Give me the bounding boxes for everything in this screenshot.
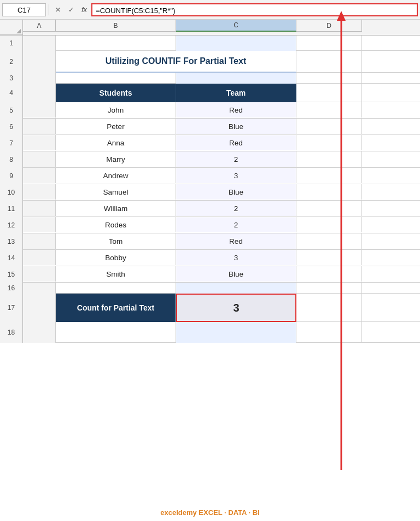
cell-c1[interactable]: [176, 36, 296, 51]
cell-title[interactable]: Utilizing COUNTIF For Partial Text: [56, 51, 296, 73]
cell-d11[interactable]: [296, 201, 362, 216]
row-header-13[interactable]: 13: [0, 233, 23, 250]
cell-a4[interactable]: [23, 84, 56, 102]
cell-b17-label[interactable]: Count for Partial Text: [56, 294, 176, 322]
cell-c10[interactable]: Blue: [176, 184, 296, 200]
cell-d5[interactable]: [296, 102, 362, 118]
cell-d7[interactable]: [296, 135, 362, 150]
row-header-10[interactable]: 10: [0, 184, 23, 201]
cell-d10[interactable]: [296, 184, 362, 200]
cell-c13[interactable]: Red: [176, 233, 296, 249]
cell-d3[interactable]: [296, 73, 362, 84]
cell-d17[interactable]: [296, 294, 362, 322]
cell-a8[interactable]: [23, 151, 56, 167]
cell-a2[interactable]: [23, 51, 56, 73]
cell-a16[interactable]: [23, 283, 56, 294]
cell-d1[interactable]: [296, 36, 362, 51]
row-header-2[interactable]: 2: [0, 51, 23, 73]
cell-c8[interactable]: 2: [176, 151, 296, 167]
cell-a10[interactable]: [23, 184, 56, 200]
cell-a13[interactable]: [23, 233, 56, 249]
confirm-icon[interactable]: ✓: [65, 4, 77, 16]
cell-c17-result[interactable]: 3: [176, 294, 296, 322]
cell-b16[interactable]: [56, 283, 176, 294]
cell-a3[interactable]: [23, 73, 56, 84]
col-header-c[interactable]: C: [176, 20, 296, 32]
row-header-5[interactable]: 5: [0, 102, 23, 119]
cell-d8[interactable]: [296, 151, 362, 167]
cell-a6[interactable]: [23, 119, 56, 134]
name-box[interactable]: C17: [2, 3, 46, 16]
cell-a1[interactable]: [23, 36, 56, 51]
cell-b1[interactable]: [56, 36, 176, 51]
cell-d15[interactable]: [296, 266, 362, 282]
cell-b15[interactable]: Smith: [56, 266, 176, 282]
row-header-17[interactable]: 17: [0, 294, 23, 322]
cell-c15[interactable]: Blue: [176, 266, 296, 282]
cell-a18[interactable]: [23, 322, 56, 343]
cell-b11[interactable]: Wiiliam: [56, 201, 176, 216]
cell-b8[interactable]: Marry: [56, 151, 176, 167]
cell-c12[interactable]: 2: [176, 217, 296, 232]
cell-c11[interactable]: 2: [176, 201, 296, 216]
cell-c16[interactable]: [176, 283, 296, 294]
cell-c7[interactable]: Red: [176, 135, 296, 150]
row-header-1[interactable]: 1: [0, 36, 23, 51]
cell-a12[interactable]: [23, 217, 56, 232]
cell-d18[interactable]: [296, 322, 362, 343]
formula-input[interactable]: =COUNTIF(C5:C15,"R*"): [91, 3, 418, 16]
cell-c18[interactable]: [176, 322, 296, 343]
cell-b7[interactable]: Anna: [56, 135, 176, 150]
cell-a15[interactable]: [23, 266, 56, 282]
cell-d4[interactable]: [296, 84, 362, 102]
cell-d12[interactable]: [296, 217, 362, 232]
cell-b13[interactable]: Tom: [56, 233, 176, 249]
cell-a7[interactable]: [23, 135, 56, 150]
row-header-12[interactable]: 12: [0, 217, 23, 233]
cell-c5[interactable]: Red: [176, 102, 296, 118]
cell-c4-header[interactable]: Team: [176, 84, 296, 102]
col-header-b[interactable]: B: [56, 20, 176, 32]
cell-a5[interactable]: [23, 102, 56, 118]
cell-c14[interactable]: 3: [176, 250, 296, 265]
row-header-3[interactable]: 3: [0, 73, 23, 84]
cell-b12[interactable]: Rodes: [56, 217, 176, 232]
row-header-15[interactable]: 15: [0, 266, 23, 283]
cell-a14[interactable]: [23, 250, 56, 265]
cell-b10[interactable]: Samuel: [56, 184, 176, 200]
col-header-d[interactable]: D: [296, 20, 362, 32]
cell-b5[interactable]: John: [56, 102, 176, 118]
cell-d14[interactable]: [296, 250, 362, 265]
cell-c9[interactable]: 3: [176, 168, 296, 183]
row-header-4[interactable]: 4: [0, 84, 23, 102]
row-header-8[interactable]: 8: [0, 151, 23, 168]
cancel-icon[interactable]: ✕: [52, 4, 64, 16]
cell-b14[interactable]: Bobby: [56, 250, 176, 265]
cell-b4-header[interactable]: Students: [56, 84, 176, 102]
row-header-6[interactable]: 6: [0, 119, 23, 135]
row-header-11[interactable]: 11: [0, 201, 23, 217]
row-header-7[interactable]: 7: [0, 135, 23, 151]
cell-b3[interactable]: [56, 73, 176, 84]
row-header-14[interactable]: 14: [0, 250, 23, 266]
row-header-16[interactable]: 16: [0, 283, 23, 294]
cell-d6[interactable]: [296, 119, 362, 134]
cell-b18[interactable]: [56, 322, 176, 343]
formula-bar-container: C17 ✕ ✓ fx =COUNTIF(C5:C15,"R*"): [0, 0, 420, 20]
cell-d9[interactable]: [296, 168, 362, 183]
cell-c3[interactable]: [176, 73, 296, 84]
cell-d16[interactable]: [296, 283, 362, 294]
select-all-corner[interactable]: [0, 20, 23, 35]
row-header-18[interactable]: 18: [0, 322, 23, 343]
cell-b9[interactable]: Andrew: [56, 168, 176, 183]
cell-a11[interactable]: [23, 201, 56, 216]
cell-b6[interactable]: Peter: [56, 119, 176, 134]
row-header-9[interactable]: 9: [0, 168, 23, 184]
cell-a9[interactable]: [23, 168, 56, 183]
cell-a17[interactable]: [23, 294, 56, 322]
cell-d2[interactable]: [296, 51, 362, 73]
watermark: exceldemy EXCEL · DATA · BI: [160, 508, 260, 517]
col-header-a[interactable]: A: [23, 20, 56, 32]
cell-c6[interactable]: Blue: [176, 119, 296, 134]
cell-d13[interactable]: [296, 233, 362, 249]
